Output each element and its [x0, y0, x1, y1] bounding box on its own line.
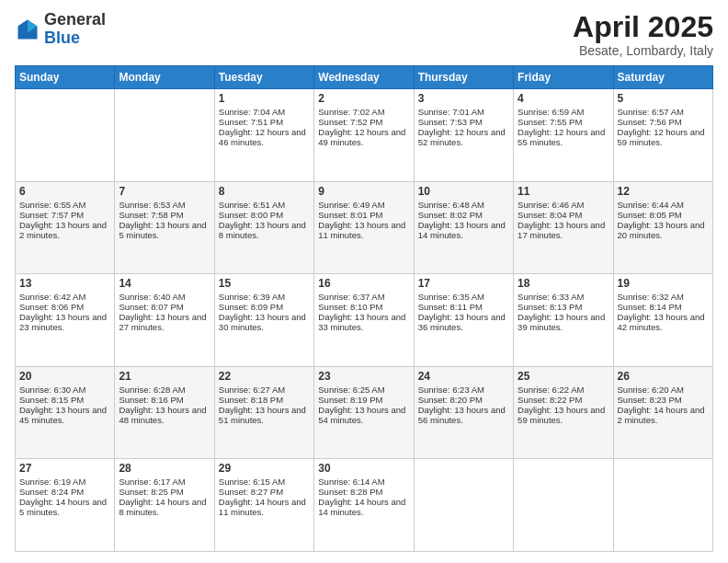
day-number: 28	[119, 462, 210, 475]
sunrise-text: Sunrise: 6:39 AM	[219, 292, 310, 302]
calendar-cell	[16, 89, 115, 182]
sunset-text: Sunset: 7:52 PM	[318, 117, 409, 127]
sunrise-text: Sunrise: 7:02 AM	[318, 107, 409, 117]
day-number: 14	[119, 277, 210, 290]
day-number: 5	[618, 92, 709, 105]
day-number: 17	[418, 277, 509, 290]
logo: General Blue	[15, 11, 106, 48]
calendar-cell: 5Sunrise: 6:57 AMSunset: 7:56 PMDaylight…	[613, 89, 712, 182]
sunrise-text: Sunrise: 6:22 AM	[518, 385, 609, 395]
calendar-cell: 13Sunrise: 6:42 AMSunset: 8:06 PMDayligh…	[16, 274, 115, 367]
calendar-cell: 17Sunrise: 6:35 AMSunset: 8:11 PMDayligh…	[414, 274, 513, 367]
day-number: 12	[618, 185, 709, 198]
day-number: 1	[219, 92, 310, 105]
sunset-text: Sunset: 7:56 PM	[618, 117, 709, 127]
calendar-cell: 4Sunrise: 6:59 AMSunset: 7:55 PMDaylight…	[514, 89, 613, 182]
calendar-header-monday: Monday	[115, 66, 214, 89]
daylight-text: Daylight: 13 hours and 59 minutes.	[518, 405, 609, 425]
day-number: 7	[119, 185, 210, 198]
calendar-cell: 15Sunrise: 6:39 AMSunset: 8:09 PMDayligh…	[214, 274, 313, 367]
sunset-text: Sunset: 7:51 PM	[219, 117, 310, 127]
calendar-cell: 23Sunrise: 6:25 AMSunset: 8:19 PMDayligh…	[314, 366, 414, 459]
calendar-cell: 3Sunrise: 7:01 AMSunset: 7:53 PMDaylight…	[414, 89, 513, 182]
sunset-text: Sunset: 8:13 PM	[518, 302, 609, 312]
daylight-text: Daylight: 13 hours and 54 minutes.	[318, 405, 409, 425]
sunset-text: Sunset: 8:16 PM	[119, 395, 210, 405]
sunset-text: Sunset: 7:58 PM	[119, 210, 210, 220]
day-number: 29	[219, 462, 310, 475]
day-number: 19	[618, 277, 709, 290]
sunrise-text: Sunrise: 6:51 AM	[219, 200, 310, 210]
sunset-text: Sunset: 8:28 PM	[318, 487, 409, 497]
sunrise-text: Sunrise: 6:59 AM	[518, 107, 609, 117]
calendar-cell: 22Sunrise: 6:27 AMSunset: 8:18 PMDayligh…	[214, 366, 313, 459]
calendar-cell: 14Sunrise: 6:40 AMSunset: 8:07 PMDayligh…	[115, 274, 214, 367]
logo-general: General	[44, 10, 106, 29]
calendar-cell	[115, 89, 214, 182]
day-number: 23	[318, 370, 409, 383]
sunrise-text: Sunrise: 6:23 AM	[418, 385, 509, 395]
sunrise-text: Sunrise: 6:19 AM	[19, 477, 110, 487]
day-number: 27	[19, 462, 110, 475]
sunrise-text: Sunrise: 6:42 AM	[19, 292, 110, 302]
sunrise-text: Sunrise: 6:44 AM	[618, 200, 709, 210]
day-number: 4	[518, 92, 609, 105]
sunset-text: Sunset: 8:10 PM	[318, 302, 409, 312]
daylight-text: Daylight: 14 hours and 11 minutes.	[219, 497, 310, 517]
sunset-text: Sunset: 8:04 PM	[518, 210, 609, 220]
daylight-text: Daylight: 12 hours and 46 minutes.	[219, 127, 310, 147]
day-number: 13	[19, 277, 110, 290]
calendar-header-friday: Friday	[514, 66, 613, 89]
page: General Blue April 2025 Besate, Lombardy…	[0, 0, 728, 563]
calendar-cell: 1Sunrise: 7:04 AMSunset: 7:51 PMDaylight…	[214, 89, 313, 182]
sunset-text: Sunset: 7:53 PM	[418, 117, 509, 127]
daylight-text: Daylight: 13 hours and 11 minutes.	[318, 220, 409, 240]
daylight-text: Daylight: 14 hours and 8 minutes.	[119, 497, 210, 517]
calendar-cell: 8Sunrise: 6:51 AMSunset: 8:00 PMDaylight…	[214, 181, 313, 274]
month-title: April 2025	[573, 11, 713, 43]
sunset-text: Sunset: 7:57 PM	[19, 210, 110, 220]
daylight-text: Daylight: 13 hours and 42 minutes.	[618, 312, 709, 332]
sunset-text: Sunset: 8:06 PM	[19, 302, 110, 312]
daylight-text: Daylight: 13 hours and 45 minutes.	[19, 405, 110, 425]
day-number: 30	[318, 462, 409, 475]
calendar-cell: 29Sunrise: 6:15 AMSunset: 8:27 PMDayligh…	[214, 459, 313, 552]
daylight-text: Daylight: 13 hours and 36 minutes.	[418, 312, 509, 332]
sunrise-text: Sunrise: 6:53 AM	[119, 200, 210, 210]
calendar-week-1: 1Sunrise: 7:04 AMSunset: 7:51 PMDaylight…	[16, 89, 713, 182]
sunset-text: Sunset: 8:23 PM	[618, 395, 709, 405]
daylight-text: Daylight: 13 hours and 48 minutes.	[119, 405, 210, 425]
day-number: 22	[219, 370, 310, 383]
calendar-cell: 28Sunrise: 6:17 AMSunset: 8:25 PMDayligh…	[115, 459, 214, 552]
sunrise-text: Sunrise: 6:35 AM	[418, 292, 509, 302]
title-block: April 2025 Besate, Lombardy, Italy	[573, 11, 713, 58]
daylight-text: Daylight: 13 hours and 30 minutes.	[219, 312, 310, 332]
sunset-text: Sunset: 8:19 PM	[318, 395, 409, 405]
sunrise-text: Sunrise: 7:04 AM	[219, 107, 310, 117]
daylight-text: Daylight: 13 hours and 17 minutes.	[518, 220, 609, 240]
day-number: 26	[618, 370, 709, 383]
calendar-cell: 19Sunrise: 6:32 AMSunset: 8:14 PMDayligh…	[613, 274, 712, 367]
calendar-cell: 21Sunrise: 6:28 AMSunset: 8:16 PMDayligh…	[115, 366, 214, 459]
day-number: 15	[219, 277, 310, 290]
sunrise-text: Sunrise: 6:57 AM	[618, 107, 709, 117]
daylight-text: Daylight: 13 hours and 39 minutes.	[518, 312, 609, 332]
sunset-text: Sunset: 8:25 PM	[119, 487, 210, 497]
sunrise-text: Sunrise: 6:55 AM	[19, 200, 110, 210]
calendar-cell: 27Sunrise: 6:19 AMSunset: 8:24 PMDayligh…	[16, 459, 115, 552]
daylight-text: Daylight: 14 hours and 2 minutes.	[618, 405, 709, 425]
day-number: 16	[318, 277, 409, 290]
calendar-cell: 16Sunrise: 6:37 AMSunset: 8:10 PMDayligh…	[314, 274, 414, 367]
sunrise-text: Sunrise: 6:49 AM	[318, 200, 409, 210]
day-number: 18	[518, 277, 609, 290]
sunrise-text: Sunrise: 6:15 AM	[219, 477, 310, 487]
calendar-cell: 10Sunrise: 6:48 AMSunset: 8:02 PMDayligh…	[414, 181, 513, 274]
daylight-text: Daylight: 14 hours and 14 minutes.	[318, 497, 409, 517]
sunset-text: Sunset: 8:20 PM	[418, 395, 509, 405]
sunrise-text: Sunrise: 6:27 AM	[219, 385, 310, 395]
calendar-cell: 7Sunrise: 6:53 AMSunset: 7:58 PMDaylight…	[115, 181, 214, 274]
sunrise-text: Sunrise: 6:17 AM	[119, 477, 210, 487]
logo-blue: Blue	[44, 29, 80, 47]
sunrise-text: Sunrise: 6:28 AM	[119, 385, 210, 395]
sunset-text: Sunset: 8:27 PM	[219, 487, 310, 497]
